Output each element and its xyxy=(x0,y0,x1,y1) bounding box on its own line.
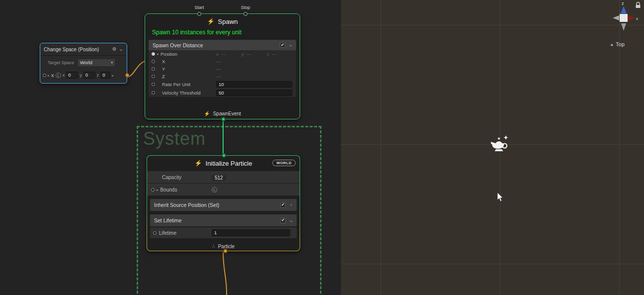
block-enabled-checkbox[interactable]: ✔ xyxy=(280,202,286,208)
down-axis-cone[interactable] xyxy=(621,23,626,31)
block-title: Spawn Over Distance xyxy=(153,42,277,48)
spawn-over-distance-block[interactable]: Spawn Over Distance ✔ ⌄ ▾ Position x— y—… xyxy=(149,40,296,97)
collapse-triangle-icon[interactable]: ▾ xyxy=(157,53,159,56)
node-subtitle: Spawn 10 instances for every unit xyxy=(145,29,300,40)
lifetime-input-port[interactable] xyxy=(153,231,157,235)
z-row: Z — xyxy=(149,73,296,80)
z-dim-label: z xyxy=(267,52,269,57)
expand-triangle-icon[interactable]: ▸ xyxy=(48,74,50,77)
y-row: Y — xyxy=(149,65,296,73)
z-label: Z xyxy=(162,74,165,79)
spawn-output-label: SpawnEvent xyxy=(213,111,241,116)
x-dim-label: x xyxy=(63,73,65,78)
z-value: — xyxy=(216,74,221,79)
target-space-dropdown[interactable]: World ▾ xyxy=(78,59,115,67)
local-space-badge[interactable]: L xyxy=(56,73,61,78)
y-field[interactable]: 0 xyxy=(83,72,95,79)
vfx-graph-editor[interactable]: System Change Space (Position) ⚙ ⌄ Targe… xyxy=(0,0,341,295)
rate-per-unit-row: Rate Per Unit 10 xyxy=(149,80,296,89)
capacity-row: Capacity 512 xyxy=(147,171,300,183)
velocity-threshold-row: Velocity Threshold 50 xyxy=(149,89,296,97)
chevron-down-icon[interactable]: ⌄ xyxy=(288,43,293,47)
vfx-lamp-gizmo-icon[interactable] xyxy=(489,135,509,154)
y-empty-value: — xyxy=(247,52,251,57)
node-title: Initialize Particle xyxy=(206,160,252,167)
x-row: X — xyxy=(149,58,296,65)
velocity-field[interactable]: 50 xyxy=(216,90,292,96)
z-input-port[interactable] xyxy=(152,75,155,78)
output-port[interactable] xyxy=(125,73,129,77)
node-initialize-particle[interactable]: ⚡ Initialize Particle WORLD Capacity 512… xyxy=(147,155,300,251)
gear-icon[interactable]: ⚙ xyxy=(112,47,117,52)
node-spawn[interactable]: Start Stop ⚡ Spawn Spawn 10 instances fo… xyxy=(145,13,300,119)
stop-port-label: Stop xyxy=(231,5,260,10)
position-row: ▾ Position x— y— z— xyxy=(149,50,296,58)
set-lifetime-block[interactable]: Set Lifetime ✔ ⌄ xyxy=(150,214,297,226)
view-mode-label[interactable]: ◂ Top xyxy=(610,41,625,47)
lifetime-row: Lifetime 1 xyxy=(150,227,297,238)
node-title: Change Space (Position) xyxy=(44,47,110,52)
left-axis-cone[interactable] xyxy=(613,15,619,20)
gizmo-cube[interactable] xyxy=(620,14,628,22)
view-toggle-icon[interactable]: ◂ xyxy=(610,42,613,47)
bounds-input-port[interactable] xyxy=(151,188,155,192)
position-label: Position xyxy=(161,51,177,57)
x-value: — xyxy=(216,59,221,64)
particle-icon: ∴ xyxy=(212,244,215,249)
y-value: — xyxy=(216,66,221,72)
lock-icon[interactable] xyxy=(635,1,641,8)
block-enabled-checkbox[interactable]: ✔ xyxy=(280,218,286,223)
lifetime-field[interactable]: 1 xyxy=(212,229,290,236)
start-flow-port[interactable] xyxy=(197,12,201,16)
inherit-source-position-block[interactable]: Inherit Source Position (Set) ✔ ‹ xyxy=(150,199,297,211)
stop-flow-port[interactable] xyxy=(243,12,247,16)
y-label: Y xyxy=(162,66,165,72)
target-space-value: World xyxy=(80,60,111,65)
input-port-x[interactable] xyxy=(43,74,46,77)
position-input-port[interactable] xyxy=(152,52,155,56)
x-empty-value: — xyxy=(222,52,226,57)
rate-label: Rate Per Unit xyxy=(162,82,190,87)
lightning-icon: ⚡ xyxy=(207,18,215,24)
velocity-input-port[interactable] xyxy=(152,91,155,95)
mouse-cursor xyxy=(497,192,503,202)
x-dim-label: x xyxy=(216,52,219,57)
z-field[interactable]: 0 xyxy=(100,72,110,79)
world-space-badge[interactable]: WORLD xyxy=(272,160,296,166)
spawnevent-output-port[interactable] xyxy=(221,117,226,121)
capacity-field[interactable]: 512 xyxy=(212,175,226,181)
local-space-badge[interactable]: L xyxy=(212,187,217,193)
bounds-row: ▸ Bounds L xyxy=(147,184,300,196)
chevron-left-icon[interactable]: ‹ xyxy=(289,203,294,207)
x-axis-cone[interactable] xyxy=(628,15,635,21)
block-enabled-checkbox[interactable]: ✔ xyxy=(280,42,285,48)
rate-input-port[interactable] xyxy=(152,83,155,86)
output-triangle-icon: ▸ xyxy=(112,74,114,77)
expand-triangle-icon[interactable]: ▸ xyxy=(157,188,159,192)
chevron-down-icon[interactable]: ⌄ xyxy=(119,47,123,52)
y-dim-label: y xyxy=(80,73,82,78)
block-title: Set Lifetime xyxy=(154,217,277,223)
system-label: System xyxy=(143,128,206,149)
lifetime-label: Lifetime xyxy=(159,230,176,236)
node-change-space[interactable]: Change Space (Position) ⚙ ⌄ Target Space… xyxy=(40,43,127,84)
x-field[interactable]: 0 xyxy=(66,72,78,79)
y-dim-label: y xyxy=(242,52,244,57)
particle-output-port[interactable] xyxy=(223,249,228,253)
gizmo-x-label: x xyxy=(636,16,638,21)
rate-field[interactable]: 10 xyxy=(216,81,292,88)
view-label-text: Top xyxy=(616,41,625,47)
gizmo-z-label: z xyxy=(622,1,624,6)
target-space-label: Target Space xyxy=(48,60,74,65)
dropdown-caret-icon: ▾ xyxy=(111,61,113,65)
z-axis-cone[interactable] xyxy=(621,6,627,13)
node-title: Spawn xyxy=(218,18,238,25)
start-port-label: Start xyxy=(184,5,214,10)
scene-view[interactable]: z x ◂ Top xyxy=(341,0,644,295)
port-label: X xyxy=(51,73,54,78)
z-dim-label: z xyxy=(97,73,99,78)
x-input-port[interactable] xyxy=(152,60,155,63)
chevron-down-icon[interactable]: ⌄ xyxy=(289,218,294,223)
x-label: X xyxy=(162,59,165,64)
y-input-port[interactable] xyxy=(152,67,155,71)
